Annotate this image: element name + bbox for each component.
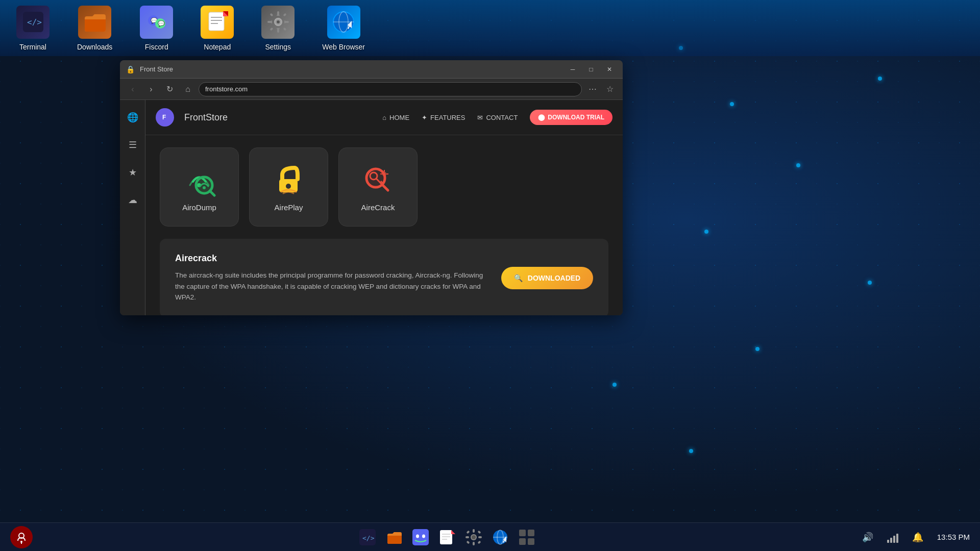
network-dot xyxy=(868,281,872,285)
taskbar-notepad[interactable] xyxy=(436,526,458,548)
desktop-icon-discord[interactable]: 💬 💬 Fiscord xyxy=(134,2,179,55)
more-button[interactable]: ⋯ xyxy=(585,82,600,97)
podcast-svg xyxy=(15,531,28,544)
taskbar-browser[interactable] xyxy=(489,526,511,548)
browser-svg xyxy=(332,11,355,33)
signal-icon xyxy=(887,532,898,543)
desktop-icon-terminal[interactable]: </> Terminal xyxy=(10,2,56,55)
desktop-icon-settings[interactable]: Settings xyxy=(255,2,301,55)
browser-label: Web Browser xyxy=(322,43,365,51)
taskbar-center: </> xyxy=(38,526,856,548)
refresh-button[interactable]: ↻ xyxy=(162,82,177,97)
svg-rect-81 xyxy=(528,538,534,545)
nav-link-home[interactable]: ⌂ HOME xyxy=(382,114,409,121)
desktop-icon-browser[interactable]: Web Browser xyxy=(316,2,371,55)
svg-point-46 xyxy=(382,172,386,176)
desktop: </> Terminal Downloads 💬 xyxy=(0,0,980,551)
desktop-icon-notepad[interactable]: Notepad xyxy=(194,2,240,55)
svg-rect-22 xyxy=(283,27,286,31)
airodump-svg xyxy=(183,164,216,197)
app-card-aireplay[interactable]: AirePlay xyxy=(249,147,328,227)
svg-rect-20 xyxy=(283,13,286,16)
notepad-icon xyxy=(201,6,234,39)
top-taskbar: </> Terminal Downloads 💬 xyxy=(0,0,980,56)
frontstore-logo-icon: F xyxy=(159,112,170,123)
svg-rect-59 xyxy=(440,530,452,544)
settings-svg xyxy=(267,11,289,33)
frontstore-header: F FrontStore ⌂ HOME ✦ FEATURES xyxy=(145,100,623,135)
airecrack-svg xyxy=(361,164,395,197)
svg-rect-71 xyxy=(466,540,470,544)
sidebar-cloud-icon[interactable]: ☁ xyxy=(124,191,142,209)
svg-rect-19 xyxy=(270,13,273,16)
desktop-icon-downloads[interactable]: Downloads xyxy=(71,2,118,55)
download-trial-button[interactable]: ⬤ DOWNLOAD TRIAL xyxy=(530,110,612,125)
sidebar-star-icon[interactable]: ★ xyxy=(124,163,142,182)
sidebar-globe-icon[interactable]: 🌐 xyxy=(124,108,142,127)
nav-link-features[interactable]: ✦ FEATURES xyxy=(422,114,465,121)
taskbar-terminal[interactable]: </> xyxy=(356,526,379,548)
detail-section: Airecrack The aircrack-ng suite includes… xyxy=(160,239,608,315)
svg-point-57 xyxy=(416,534,419,538)
svg-rect-16 xyxy=(277,29,279,33)
taskbar-downloads-svg xyxy=(386,529,402,545)
svg-point-35 xyxy=(203,186,206,189)
network-dot xyxy=(755,347,760,351)
svg-rect-80 xyxy=(519,538,526,545)
taskbar-downloads[interactable] xyxy=(383,526,405,548)
aireplay-icon xyxy=(271,162,307,198)
home-button[interactable]: ⌂ xyxy=(180,82,195,97)
taskbar-multitask[interactable] xyxy=(516,526,538,548)
svg-text:</>: </> xyxy=(362,534,375,542)
signal-bar-1 xyxy=(887,540,889,543)
home-nav-icon: ⌂ xyxy=(382,114,386,121)
sidebar-menu-icon[interactable]: ☰ xyxy=(124,136,142,154)
svg-rect-65 xyxy=(473,529,475,533)
notification-icon[interactable]: 🔔 xyxy=(906,526,929,548)
favorites-button[interactable]: ☆ xyxy=(602,82,618,97)
network-dot xyxy=(730,102,734,106)
taskbar-discord[interactable] xyxy=(409,526,432,548)
app-card-airecrack[interactable]: AireCrack xyxy=(338,147,418,227)
volume-icon[interactable]: 🔊 xyxy=(856,526,879,548)
svg-point-73 xyxy=(472,535,476,539)
podcast-icon[interactable] xyxy=(10,526,33,548)
app-cards-container: AiroDump xyxy=(145,135,623,239)
download-trial-label: DOWNLOAD TRIAL xyxy=(548,114,604,121)
browser-content: F FrontStore ⌂ HOME ✦ FEATURES xyxy=(145,100,623,315)
downloaded-button[interactable]: 🔍 DOWNLOADED xyxy=(501,267,593,289)
back-button[interactable]: ‹ xyxy=(125,82,140,97)
aireplay-name: AirePlay xyxy=(275,203,303,212)
downloaded-icon: 🔍 xyxy=(514,274,523,282)
nav-bar: ‹ › ↻ ⌂ frontstore.com ⋯ ☆ xyxy=(120,79,623,100)
frontstore-brand: FrontStore xyxy=(184,112,228,123)
minimize-button[interactable]: ─ xyxy=(566,63,580,76)
svg-rect-69 xyxy=(466,530,470,534)
terminal-svg: </> xyxy=(23,12,43,32)
airodump-icon xyxy=(182,162,217,198)
app-card-airodump[interactable]: AiroDump xyxy=(160,147,239,227)
address-bar[interactable]: frontstore.com xyxy=(199,82,582,96)
svg-line-45 xyxy=(382,185,388,190)
terminal-icon: </> xyxy=(16,6,50,39)
svg-text:💬: 💬 xyxy=(158,20,165,27)
network-dot xyxy=(704,230,708,234)
close-button[interactable]: ✕ xyxy=(602,63,617,76)
svg-rect-68 xyxy=(478,536,482,538)
nav-extra: ⋯ ☆ xyxy=(585,82,618,97)
svg-rect-66 xyxy=(473,542,475,545)
network-dot xyxy=(689,449,693,453)
network-dot xyxy=(796,163,800,167)
airecrack-name: AireCrack xyxy=(361,203,395,212)
nav-link-contact[interactable]: ✉ CONTACT xyxy=(477,114,518,121)
taskbar-browser-svg xyxy=(492,529,508,545)
maximize-button[interactable]: □ xyxy=(584,63,598,76)
svg-rect-78 xyxy=(519,530,526,536)
settings-label: Settings xyxy=(265,43,291,51)
taskbar-settings[interactable] xyxy=(462,526,485,548)
svg-point-58 xyxy=(422,534,425,538)
contact-nav-icon: ✉ xyxy=(477,114,483,121)
forward-button[interactable]: › xyxy=(143,82,159,97)
discord-icon: 💬 💬 xyxy=(140,6,173,39)
aireplay-svg xyxy=(272,164,305,197)
